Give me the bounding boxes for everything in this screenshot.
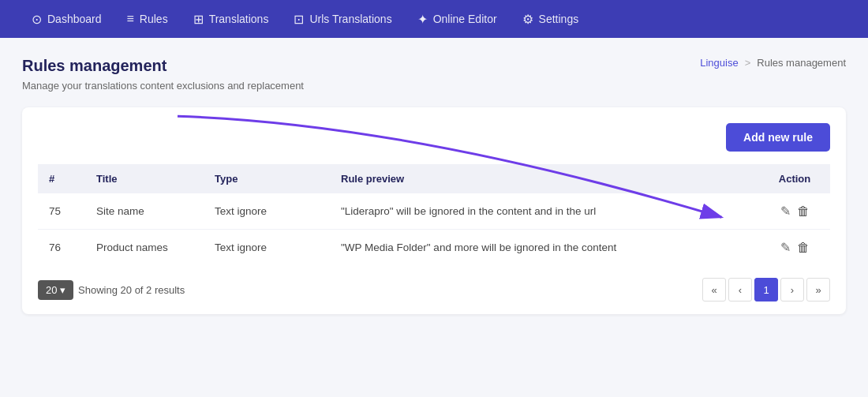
nav-label-editor: Online Editor: [433, 13, 497, 25]
main-content: Rules management Linguise > Rules manage…: [0, 38, 868, 333]
nav-item-online-editor[interactable]: ✦ Online Editor: [405, 0, 510, 38]
nav-label-dashboard: Dashboard: [47, 13, 102, 25]
nav-label-settings: Settings: [539, 13, 579, 25]
cell-action: ✎ 🗑: [759, 193, 830, 230]
page-button[interactable]: »: [806, 278, 830, 301]
nav-label-urls: Urls Translations: [309, 13, 391, 25]
cell-type: Text ignore: [204, 193, 330, 230]
cell-type: Text ignore: [204, 230, 330, 266]
breadcrumb-separator: >: [745, 57, 751, 69]
rules-card: Add new rule # Title Type Rule preview A…: [22, 107, 846, 314]
table-header: # Title Type Rule preview Action: [38, 164, 830, 193]
cell-id: 75: [38, 193, 85, 230]
cell-preview: "WP Media Folder" and more will be ignor…: [330, 230, 759, 266]
cell-action: ✎ 🗑: [759, 230, 830, 266]
editor-icon: ✦: [417, 12, 428, 27]
page-button[interactable]: ›: [780, 278, 804, 301]
page-button[interactable]: ‹: [728, 278, 752, 301]
nav-label-translations: Translations: [209, 13, 269, 25]
translations-icon: ⊞: [193, 12, 204, 27]
showing-text: Showing 20 of 2 results: [78, 284, 185, 296]
rules-icon: ≡: [127, 12, 134, 26]
per-page-section: 20 ▾ Showing 20 of 2 results: [38, 280, 185, 300]
page-subtitle: Manage your translations content exclusi…: [22, 80, 846, 92]
delete-icon[interactable]: 🗑: [797, 204, 810, 219]
per-page-button[interactable]: 20 ▾: [38, 280, 73, 300]
table-row: 75 Site name Text ignore "Liderapro" wil…: [38, 193, 830, 230]
table-row: 76 Product names Text ignore "WP Media F…: [38, 230, 830, 266]
cell-title: Site name: [85, 193, 204, 230]
edit-icon[interactable]: ✎: [780, 240, 791, 255]
card-toolbar: Add new rule: [38, 123, 830, 152]
nav-item-settings[interactable]: ⚙ Settings: [510, 0, 592, 38]
breadcrumb-row: Rules management Linguise > Rules manage…: [22, 57, 846, 75]
page-title: Rules management: [22, 57, 166, 75]
breadcrumb: Linguise > Rules management: [700, 57, 846, 69]
cell-title: Product names: [85, 230, 204, 266]
nav-item-translations[interactable]: ⊞ Translations: [181, 0, 282, 38]
rules-table: # Title Type Rule preview Action 75 Site…: [38, 164, 830, 265]
page-button[interactable]: 1: [754, 278, 778, 301]
col-hash: #: [38, 164, 85, 193]
breadcrumb-parent[interactable]: Linguise: [700, 57, 738, 69]
breadcrumb-current: Rules management: [757, 57, 846, 69]
col-title: Title: [85, 164, 204, 193]
pagination-row: 20 ▾ Showing 20 of 2 results «‹1›»: [38, 278, 830, 301]
nav-item-urls-translations[interactable]: ⊡ Urls Translations: [281, 0, 404, 38]
nav-item-rules[interactable]: ≡ Rules: [114, 0, 181, 38]
pagination-controls: «‹1›»: [702, 278, 830, 301]
dashboard-icon: ⊙: [32, 12, 42, 27]
col-preview: Rule preview: [330, 164, 759, 193]
settings-icon: ⚙: [522, 12, 533, 27]
cell-preview: "Liderapro" will be ignored in the conte…: [330, 193, 759, 230]
cell-id: 76: [38, 230, 85, 266]
edit-icon[interactable]: ✎: [780, 204, 791, 219]
urls-icon: ⊡: [294, 12, 304, 27]
col-type: Type: [204, 164, 330, 193]
col-action: Action: [759, 164, 830, 193]
page-button[interactable]: «: [702, 278, 726, 301]
nav-label-rules: Rules: [140, 13, 168, 25]
delete-icon[interactable]: 🗑: [797, 241, 810, 255]
add-new-rule-button[interactable]: Add new rule: [726, 123, 830, 152]
navbar: ⊙ Dashboard ≡ Rules ⊞ Translations ⊡ Url…: [0, 0, 868, 38]
table-body: 75 Site name Text ignore "Liderapro" wil…: [38, 193, 830, 265]
nav-item-dashboard[interactable]: ⊙ Dashboard: [19, 0, 114, 38]
